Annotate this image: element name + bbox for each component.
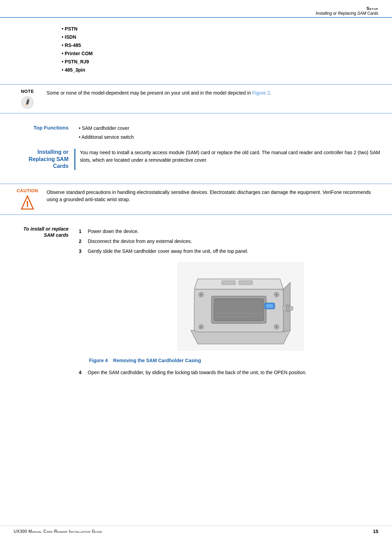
page-header: Setup Installing or Replacing SAM Cards	[0, 0, 392, 18]
svg-rect-28	[239, 281, 253, 285]
figure-container	[89, 262, 392, 353]
step-text: Gently slide the SAM cardholder cover aw…	[88, 248, 392, 255]
svg-point-22	[275, 326, 278, 328]
top-functions-label: Top Functions	[0, 124, 75, 131]
header-subtitle: Installing or Replacing SAM Cards	[0, 11, 378, 16]
caution-label-area: CAUTION !	[14, 188, 41, 210]
bullet-item: PSTN_RJ9	[62, 58, 392, 66]
top-functions-list: SAM cardholder coverAdditional service s…	[79, 124, 392, 142]
note-label-area: NOTE	[14, 89, 41, 109]
sam-cardholder-image	[177, 262, 304, 351]
svg-rect-7	[27, 204, 28, 207]
bullet-item: RS-485	[62, 41, 392, 49]
top-functions-section: Top Functions SAM cardholder coverAdditi…	[0, 120, 392, 145]
to-install-label: To install or replace SAM cards	[0, 225, 75, 238]
svg-rect-27	[222, 281, 235, 285]
top-function-item: Additional service switch	[79, 133, 392, 142]
page-container: Setup Installing or Replacing SAM Cards …	[0, 0, 392, 541]
svg-rect-24	[266, 304, 273, 308]
step-text: Disconnect the device from any external …	[88, 238, 392, 245]
bullet-item: ISDN	[62, 33, 392, 41]
page-footer: UX300 Manual Card Reader Installation Gu…	[0, 526, 392, 534]
svg-rect-14	[214, 299, 264, 321]
svg-point-16	[200, 294, 202, 296]
caution-box: CAUTION ! Observe standard precautions i…	[0, 184, 392, 215]
note-text: Some or none of the model-dependent may …	[47, 89, 271, 97]
bullet-item: Printer COM	[62, 49, 392, 58]
step-number: 2	[79, 238, 88, 245]
step-row: 2Disconnect the device from any external…	[79, 238, 392, 245]
step4-text: Open the SAM cardholder, by sliding the …	[88, 369, 392, 376]
step-number: 3	[79, 248, 88, 255]
installing-section-row: Installing or Replacing SAM Cards You ma…	[0, 145, 392, 177]
svg-point-18	[275, 294, 278, 296]
caution-text: Observe standard precautions in handling…	[47, 188, 378, 203]
figure2-link[interactable]: Figure 2	[252, 90, 270, 96]
note-label: NOTE	[21, 89, 34, 94]
bullet-section: PSTNISDNRS-485Printer COMPSTN_RJ9485_3pi…	[0, 18, 392, 81]
top-functions-content: SAM cardholder coverAdditional service s…	[75, 124, 392, 142]
installing-text: You may need to install a security acces…	[75, 149, 392, 164]
bullet-list: PSTNISDNRS-485Printer COMPSTN_RJ9485_3pi…	[62, 25, 392, 74]
step-text: Power down the device.	[88, 228, 392, 235]
figure-caption: Figure 4 Removing the SAM Cardholder Cas…	[89, 357, 392, 364]
bullet-item: PSTN	[62, 25, 392, 33]
steps-content: 1Power down the device.2Disconnect the d…	[75, 225, 392, 379]
footer-title: UX300 Manual Card Reader Installation Gu…	[14, 529, 102, 534]
svg-marker-9	[191, 330, 290, 344]
svg-point-6	[27, 201, 28, 203]
steps-container: 1Power down the device.2Disconnect the d…	[79, 228, 392, 255]
footer-page-number: 15	[373, 529, 378, 534]
header-setup: Setup	[0, 6, 378, 11]
step-row: 3Gently slide the SAM cardholder cover a…	[79, 248, 392, 255]
step4-num: 4	[79, 369, 88, 376]
note-box: NOTE Some or none of the model-dependent…	[0, 84, 392, 113]
step-4-row: 4 Open the SAM cardholder, by sliding th…	[79, 369, 392, 376]
svg-point-20	[200, 326, 202, 328]
step-number: 1	[79, 228, 88, 235]
bullet-item: 485_3pin	[62, 66, 392, 74]
caution-icon: !	[21, 195, 34, 210]
caution-label: CAUTION	[17, 188, 38, 193]
step-row: 1Power down the device.	[79, 228, 392, 235]
to-install-section: To install or replace SAM cards 1Power d…	[0, 222, 392, 379]
svg-rect-26	[286, 305, 290, 312]
installing-label: Installing or Replacing SAM Cards	[0, 149, 75, 170]
note-icon	[21, 96, 34, 109]
top-function-item: SAM cardholder cover	[79, 124, 392, 133]
